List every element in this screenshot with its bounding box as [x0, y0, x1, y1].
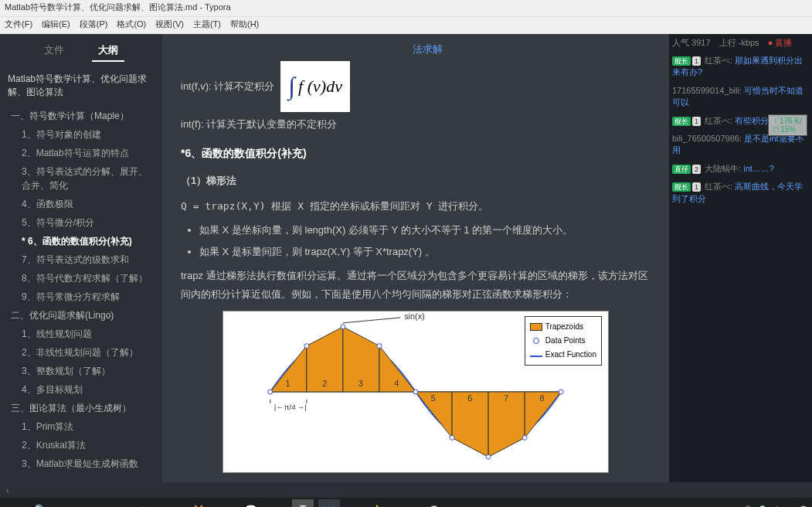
outline-doc-title[interactable]: Matlab符号数学计算、优化问题求解、图论算法	[0, 68, 162, 104]
taskbar-matlab-icon[interactable]: 📐	[371, 499, 392, 507]
stream-stats: 人气 3917 上行 -kbps ● 直播	[672, 37, 809, 49]
taskbar-app-icon[interactable]: ▦	[345, 499, 366, 507]
svg-text:8: 8	[539, 393, 544, 403]
after-diagram-text: 对于具有 N+1 个均匀分布的点的积分，近似值为	[181, 481, 651, 482]
menu-bar: 文件(F) 编辑(E) 段落(P) 格式(O) 视图(V) 主题(T) 帮助(H…	[0, 17, 812, 34]
taskbar-ppt-icon[interactable]: ●	[397, 499, 419, 507]
svg-text:3: 3	[358, 379, 363, 388]
menu-file[interactable]: 文件(F)	[5, 19, 32, 32]
taskbar-chrome-icon[interactable]: ◐	[213, 499, 235, 507]
outline-item[interactable]: 2、非线性规划问题（了解）	[0, 343, 162, 362]
outline-item[interactable]: 3、符号表达式的分解、展开、合并、简化	[0, 162, 162, 195]
tab-file[interactable]: 文件	[38, 40, 70, 62]
menu-theme[interactable]: 主题(T)	[193, 19, 221, 32]
taskbar-store-icon[interactable]: 🛍	[134, 499, 156, 507]
outline-item[interactable]: * 6、函数的数值积分(补充)	[0, 232, 162, 250]
svg-text:4: 4	[394, 379, 399, 388]
taskbar-cursor-icon[interactable]: ➤	[266, 499, 287, 507]
svg-point-12	[377, 344, 382, 349]
footer-arrow[interactable]: ‹	[6, 485, 9, 495]
outline-item[interactable]: 3、Matlab求最短生成树函数	[0, 454, 162, 473]
svg-point-14	[450, 435, 454, 440]
svg-text:7: 7	[504, 393, 508, 403]
menu-paragraph[interactable]: 段落(P)	[80, 19, 108, 32]
svg-point-17	[559, 390, 563, 394]
int-f-line: int(f): 计算关于默认变量的不定积分	[181, 115, 651, 133]
outline-item[interactable]: 三、图论算法（最小生成树）	[0, 399, 162, 417]
outline-list: 一、符号数学计算（Maple）1、符号对象的创建2、Matlab符号运算的特点3…	[0, 104, 162, 476]
chat-message: 舰长1 红茶べ: 那如果遇到积分出来有办?	[672, 55, 809, 79]
outline-item[interactable]: 5、符号微分/积分	[0, 213, 162, 232]
system-tray[interactable]: ^ ☁ 🖧 🔊 🔋 中 ⚙ 💬	[707, 505, 809, 508]
svg-line-26	[343, 318, 400, 323]
taskbar-obs-icon[interactable]: ⬤	[423, 499, 445, 507]
svg-point-9	[268, 390, 273, 394]
svg-text:6: 6	[467, 393, 472, 403]
svg-point-13	[413, 390, 418, 394]
svg-text:π/4: π/4	[284, 403, 297, 411]
outline-item[interactable]: 4、多目标规划	[0, 380, 162, 399]
window-title: Matlab符号数学计算、优化问题求解、图论算法.md - Typora	[5, 2, 231, 12]
chat-message: 17165599014_bili: 可惜当时不知道可以	[672, 85, 809, 109]
trapz-diagram: 1 2 3 4 5 6 7 8 sin(x) |← π/4 →|	[223, 311, 609, 473]
bullet-2: 如果 X 是标量间距，则 trapz(X,Y) 等于 X*trapz(Y) 。	[199, 243, 651, 260]
outline-item[interactable]: 8、符号代数方程求解（了解）	[0, 269, 162, 288]
taskbar-cortana-icon[interactable]: ○	[56, 499, 77, 507]
chat-message: bili_76500507986: 是不是int需要不用	[672, 133, 809, 157]
svg-point-16	[522, 435, 527, 440]
stream-chat-panel: 人气 3917 上行 -kbps ● 直播 舰长1 红茶べ: 那如果遇到积分出来…	[669, 34, 812, 482]
svg-text:→|: →|	[297, 403, 306, 411]
outline-item[interactable]: 一、符号数学计算（Maple）	[0, 107, 162, 125]
taskbar-firefox-icon[interactable]: 🦊	[187, 499, 209, 507]
svg-point-11	[341, 325, 345, 329]
svg-text:1: 1	[286, 379, 290, 388]
editor-content[interactable]: 法求解 int(f,v): 计算不定积分 ∫f (v)dv int(f): 计算…	[162, 34, 669, 482]
taskbar-word-icon[interactable]: W	[318, 499, 340, 507]
outline-item[interactable]: 1、符号对象的创建	[0, 125, 162, 144]
window-title-bar: Matlab符号数学计算、优化问题求解、图论算法.md - Typora	[0, 0, 812, 17]
svg-point-15	[486, 454, 491, 459]
outline-item[interactable]: 3、整数规划（了解）	[0, 362, 162, 380]
trapz-para: trapz 通过梯形法执行数值积分运算。通过将一个区域分为包含多个更容易计算的区…	[181, 267, 651, 303]
taskbar-search-icon[interactable]: 🔍	[29, 499, 51, 507]
svg-text:2: 2	[322, 379, 327, 388]
trapz-code: Q = trapz(X,Y) 根据 X 指定的坐标或标量间距对 Y 进行积分。	[181, 200, 488, 212]
sidebar: 文件 大纲 Matlab符号数学计算、优化问题求解、图论算法 一、符号数学计算（…	[0, 34, 162, 482]
diagram-legend: Trapezoids Data Points Exact Function	[525, 316, 602, 366]
outline-item[interactable]: 2、Matlab符号运算的特点	[0, 144, 162, 162]
top-link[interactable]: 法求解	[413, 40, 651, 58]
stat-up: 上行 -kbps	[719, 38, 759, 47]
status-bar: ‹	[0, 482, 812, 498]
menu-help[interactable]: 帮助(H)	[230, 19, 259, 32]
tray-ime-icon[interactable]: 中	[773, 505, 781, 508]
svg-text:5: 5	[431, 393, 436, 403]
outline-item[interactable]: 1、线性规划问题	[0, 325, 162, 343]
chat-message: 舰长1 红茶べ: 高斯曲线，今天学到了积分	[672, 181, 809, 205]
taskbar: ⊞ 🔍 ○ e 🗂 🛍 ✉ 🦊 ◐ 💬 ➤ T W ▦ 📐 ● ⬤ ^ ☁ 🖧 …	[0, 498, 812, 507]
taskbar-edge-icon[interactable]: e	[82, 499, 104, 507]
svg-text:sin(x): sin(x)	[404, 311, 425, 321]
svg-text:|←: |←	[274, 403, 284, 411]
outline-item[interactable]: 9、符号常微分方程求解	[0, 288, 162, 306]
outline-item[interactable]: 二、优化问题求解(Lingo)	[0, 306, 162, 325]
integral-formula: ∫f (v)dv	[280, 61, 350, 112]
outline-item[interactable]: 1、Prim算法	[0, 417, 162, 436]
menu-edit[interactable]: 编辑(E)	[42, 19, 70, 32]
outline-item[interactable]: 7、符号表达式的级数求和	[0, 250, 162, 269]
network-badge: ↑ 176 K/ □ 15%	[768, 114, 807, 136]
menu-format[interactable]: 格式(O)	[117, 19, 146, 32]
bullet-1: 如果 X 是坐标向量，则 length(X) 必须等于 Y 的大小不等于 1 的…	[199, 221, 651, 239]
sidebar-tabs: 文件 大纲	[0, 34, 162, 68]
sub-1: （1）梯形法	[181, 175, 236, 186]
taskbar-wechat-icon[interactable]: 💬	[240, 499, 261, 507]
taskbar-explorer-icon[interactable]: 🗂	[108, 499, 130, 507]
taskbar-mail-icon[interactable]: ✉	[161, 499, 182, 507]
menu-view[interactable]: 视图(V)	[155, 19, 184, 32]
int-fv-text: int(f,v): 计算不定积分	[181, 77, 274, 95]
main-area: 文件 大纲 Matlab符号数学计算、优化问题求解、图论算法 一、符号数学计算（…	[0, 34, 812, 482]
outline-item[interactable]: 4、函数极限	[0, 195, 162, 213]
taskbar-typora-icon[interactable]: T	[292, 499, 314, 507]
taskbar-start-icon[interactable]: ⊞	[3, 499, 25, 507]
outline-item[interactable]: 2、Kruskal算法	[0, 436, 162, 454]
tab-outline[interactable]: 大纲	[92, 40, 124, 62]
